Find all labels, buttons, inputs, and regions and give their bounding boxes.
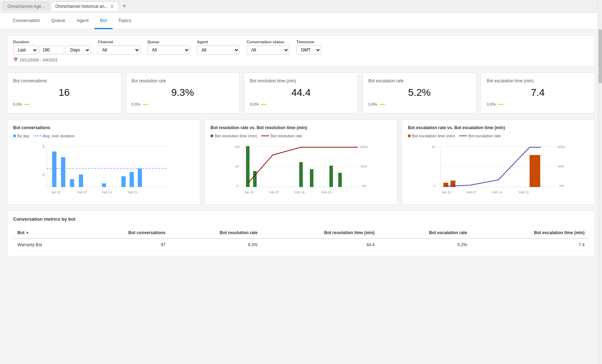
svg-text:0: 0: [434, 184, 436, 188]
cell-escalation-rate: 5.2%: [379, 238, 471, 251]
tab-agent[interactable]: Agent: [71, 13, 94, 29]
chart-escalation-legend: Bot escalation time (min) Bot escalation…: [408, 134, 589, 138]
svg-text:100%: 100%: [360, 145, 368, 149]
svg-text:Feb 21: Feb 21: [322, 191, 332, 194]
duration-preset-select[interactable]: Last: [13, 45, 38, 55]
channel-filter: Channel All: [98, 40, 140, 55]
svg-text:0: 0: [236, 184, 238, 188]
scrollbar-thumb[interactable]: [598, 29, 602, 84]
cell-conversations: 97: [79, 238, 170, 251]
main-content: Duration Last Days Channel All: [0, 29, 602, 364]
legend-esc-time-dot: [408, 134, 411, 137]
tab-bot[interactable]: Bot: [94, 13, 113, 29]
col-resolution-time: Bot resolution time (min): [262, 227, 379, 238]
col-bot: Bot ▼: [13, 227, 79, 238]
svg-text:50%: 50%: [558, 165, 564, 168]
table-row: Warranty Bot 97 9.3% 44.4 5.2% 7.4: [13, 238, 589, 251]
svg-text:50%: 50%: [361, 165, 367, 168]
legend-by-day-dot: [13, 134, 16, 137]
conv-status-filter: Conversation status All: [247, 40, 289, 55]
cell-resolution-time: 44.4: [262, 238, 379, 251]
duration-unit-select[interactable]: Days: [66, 45, 91, 55]
charts-row: Bot conversations By day Avg. over durat…: [7, 119, 595, 205]
agent-select[interactable]: All: [197, 45, 240, 55]
tab-queue[interactable]: Queue: [46, 13, 71, 29]
channel-label: Channel: [98, 40, 140, 44]
legend-avg-line: [34, 136, 42, 136]
bar-4: [79, 175, 83, 187]
duration-value-input[interactable]: [39, 46, 64, 54]
svg-text:0: 0: [43, 173, 45, 177]
timezone-filter: Timezone GMT: [296, 40, 321, 55]
svg-text:20: 20: [432, 145, 435, 149]
svg-rect-21: [246, 146, 250, 187]
bar-6: [121, 176, 126, 187]
table-section: Conversation metrics by bot Bot ▼ Bot co…: [7, 210, 595, 257]
conversation-metrics-table: Bot ▼ Bot conversations Bot resolution r…: [13, 227, 589, 251]
col-resolution-rate: Bot resolution rate: [170, 227, 262, 238]
filter-bar: Duration Last Days Channel All: [7, 35, 595, 67]
cell-escalation-time: 7.4: [471, 238, 589, 251]
svg-text:Feb 14: Feb 14: [492, 191, 502, 194]
svg-text:100%: 100%: [557, 145, 565, 149]
queue-filter: Queue All: [147, 40, 190, 55]
legend-res-time: Bot resolution time (min): [210, 134, 257, 138]
svg-rect-24: [310, 169, 313, 187]
tab-conversation[interactable]: Conversation: [7, 13, 46, 29]
svg-text:100: 100: [234, 145, 240, 149]
svg-text:Feb 14: Feb 14: [102, 191, 112, 194]
timezone-select[interactable]: GMT: [296, 45, 321, 55]
channel-select[interactable]: All: [98, 45, 140, 55]
svg-text:Feb 07: Feb 07: [466, 191, 476, 194]
tab-1[interactable]: Omnichannel Age...: [3, 2, 49, 11]
kpi-escalation-time: Bot escalation time (min) 7.4 0.0% —: [481, 72, 595, 114]
legend-avg: Avg. over duration: [34, 134, 75, 138]
kpi-dash-4: —: [498, 101, 503, 107]
tab-topics[interactable]: Topics: [113, 13, 137, 29]
col-conversations: Bot conversations: [79, 227, 170, 238]
legend-esc-time: Bot escalation time (min): [408, 134, 455, 138]
conv-status-label: Conversation status: [247, 40, 289, 44]
browser-chrome: Omnichannel Age... Omnichannel historica…: [0, 0, 602, 13]
kpi-row: Bot conversations 16 0.0% — Bot resoluti…: [7, 72, 595, 114]
bar-5: [102, 183, 106, 187]
sort-icon-bot[interactable]: ▼: [26, 231, 29, 235]
conv-status-select[interactable]: All: [247, 45, 289, 55]
svg-text:Feb 14: Feb 14: [295, 191, 305, 194]
kpi-escalation-rate: Bot escalation rate 5.2% 0.0% —: [362, 72, 477, 114]
queue-label: Queue: [147, 40, 190, 44]
bot-conversations-svg: 5 0 Jan 31 Feb 07: [13, 141, 194, 198]
scrollbar-track: [598, 0, 602, 364]
add-tab-button[interactable]: +: [120, 2, 128, 10]
duration-label: Duration: [13, 40, 91, 44]
svg-text:Feb 21: Feb 21: [519, 191, 529, 194]
svg-text:Jan 31: Jan 31: [51, 191, 61, 194]
table-section-title: Conversation metrics by bot: [13, 216, 589, 222]
calendar-icon: 📅: [13, 57, 18, 62]
resolution-svg: 100 50 0 100% 50% 0%: [210, 141, 392, 198]
chart-bot-conv-legend: By day Avg. over duration: [13, 134, 194, 138]
svg-text:Jan 31: Jan 31: [442, 191, 451, 194]
legend-res-time-dot: [210, 134, 213, 137]
chart-bot-conversations: Bot conversations By day Avg. over durat…: [7, 119, 200, 205]
svg-text:5: 5: [43, 145, 45, 149]
kpi-resolution-time: Bot resolution time (min) 44.4 0.0% —: [244, 72, 358, 114]
tab-2[interactable]: Omnichannel historical an... ✕: [51, 1, 119, 11]
legend-res-rate-line: [261, 136, 269, 136]
kpi-dash-2: —: [261, 101, 267, 107]
chart-resolution-legend: Bot resolution time (min) Bot resolution…: [210, 134, 392, 138]
kpi-resolution-rate: Bot resolution rate 9.3% 0.0% —: [126, 72, 240, 114]
bar-1: [52, 151, 56, 187]
legend-esc-rate: Bot escalation rate: [459, 134, 501, 138]
svg-text:0%: 0%: [559, 184, 564, 188]
queue-select[interactable]: All: [147, 45, 190, 55]
kpi-dash-0: —: [24, 101, 30, 107]
bar-7: [130, 172, 134, 187]
bar-2: [61, 157, 65, 187]
cell-bot-name: Warranty Bot: [13, 238, 79, 251]
legend-res-rate: Bot resolution rate: [261, 134, 302, 138]
tab-close-icon[interactable]: ✕: [110, 4, 114, 9]
tab-1-label: Omnichannel Age...: [7, 4, 45, 9]
chart-escalation: Bot escalation rate vs. Bot escalation t…: [402, 119, 595, 205]
svg-text:Feb 07: Feb 07: [77, 191, 87, 194]
